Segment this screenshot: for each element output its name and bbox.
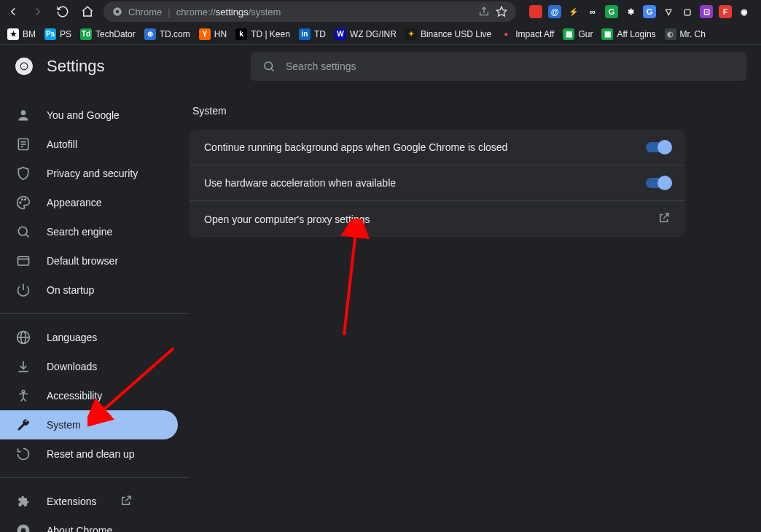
sidebar-item-downloads[interactable]: Downloads <box>0 352 178 381</box>
extension-icon[interactable]: ∞ <box>586 5 599 18</box>
bookmark-icon: W <box>335 28 346 40</box>
search-icon <box>16 224 31 239</box>
bookmark-item[interactable]: ⊕TD.com <box>144 28 190 40</box>
sidebar-item-you-and-google[interactable]: You and Google <box>0 101 178 130</box>
svg-line-7 <box>271 69 274 71</box>
back-button[interactable] <box>4 3 22 20</box>
sidebar-item-reset-and-clean-up[interactable]: Reset and clean up <box>0 439 178 469</box>
page-header: Settings <box>0 45 761 87</box>
extension-icon[interactable]: @ <box>548 5 561 18</box>
bookmark-icon: ⊕ <box>144 28 156 40</box>
settings-row[interactable]: Use hardware acceleration when available <box>190 165 685 201</box>
bookmark-item[interactable]: ▦Gur <box>563 28 593 40</box>
sidebar-item-default-browser[interactable]: Default browser <box>0 246 178 275</box>
sidebar-item-label: Privacy and security <box>47 168 138 179</box>
sidebar-item-autofill[interactable]: Autofill <box>0 130 178 159</box>
extension-icon[interactable]: G <box>643 5 656 18</box>
svg-rect-18 <box>18 257 29 265</box>
bookmark-item[interactable]: ▦Aff Logins <box>601 28 655 40</box>
svg-point-14 <box>22 199 23 200</box>
sidebar-item-on-startup[interactable]: On startup <box>0 275 178 305</box>
settings-content: System Continue running background apps … <box>190 87 761 532</box>
settings-row[interactable]: Open your computer's proxy settings <box>190 201 685 237</box>
bookmark-icon: ▦ <box>563 28 574 40</box>
sidebar-item-about-chrome[interactable]: About Chrome <box>0 516 178 532</box>
sidebar-item-appearance[interactable]: Appearance <box>0 188 178 217</box>
bookmark-icon: k <box>235 28 247 40</box>
extension-icon[interactable]: ✱ <box>624 5 637 18</box>
forward-button[interactable] <box>29 3 47 20</box>
bookmark-item[interactable]: PsPS <box>44 28 71 40</box>
bookmark-icon: Ps <box>44 28 56 40</box>
bookmark-icon: ✦ <box>405 28 417 40</box>
launch-icon <box>120 494 133 509</box>
sidebar-item-search-engine[interactable]: Search engine <box>0 217 178 246</box>
bookmark-item[interactable]: kTD | Keen <box>235 28 290 40</box>
bookmark-label: TD | Keen <box>251 29 290 39</box>
bookmark-item[interactable]: YHN <box>199 28 227 40</box>
sidebar-item-languages[interactable]: Languages <box>0 323 178 352</box>
bookmark-label: TD <box>314 29 326 39</box>
sidebar-item-label: Languages <box>47 332 97 343</box>
extension-icon[interactable]: G <box>605 5 618 18</box>
section-title: System <box>192 105 761 117</box>
url-scheme: Chrome <box>128 7 162 17</box>
settings-row-label: Open your computer's proxy settings <box>204 214 657 225</box>
bookmark-star-icon[interactable] <box>496 6 507 17</box>
extension-icon[interactable]: ⊡ <box>700 5 713 18</box>
sidebar-item-privacy-and-security[interactable]: Privacy and security <box>0 159 178 188</box>
bookmark-item[interactable]: ✦Binance USD Live <box>405 28 491 40</box>
toggle-switch[interactable] <box>646 142 671 152</box>
bookmark-item[interactable]: WWZ DG/INR <box>335 28 397 40</box>
svg-point-26 <box>22 391 24 393</box>
extension-icon[interactable]: ⚡ <box>567 5 580 18</box>
sidebar-item-label: On startup <box>47 284 94 296</box>
bookmarks-bar: ★BMPsPSTdTechDator⊕TD.comYHNkTD | Keenin… <box>0 23 761 45</box>
sidebar-item-label: Extensions <box>47 496 96 507</box>
globe-icon <box>16 330 31 345</box>
bookmark-item[interactable]: inTD <box>299 28 326 40</box>
sidebar-item-system[interactable]: System <box>0 410 178 439</box>
share-icon[interactable] <box>478 6 490 17</box>
bookmark-icon: in <box>299 28 311 40</box>
svg-point-13 <box>20 202 21 203</box>
bookmark-icon: ★ <box>7 28 19 40</box>
home-button[interactable] <box>79 3 96 20</box>
settings-row-label: Continue running background apps when Go… <box>204 141 646 153</box>
extension-icon[interactable] <box>529 5 542 18</box>
bookmark-label: BM <box>23 29 36 39</box>
bookmark-label: Impact Aff <box>515 29 554 39</box>
sidebar-item-label: Reset and clean up <box>47 448 135 460</box>
sidebar-item-label: About Chrome <box>47 525 112 532</box>
bookmark-icon: ● <box>500 28 512 40</box>
bookmark-item[interactable]: ★BM <box>7 28 36 40</box>
extension-icon[interactable]: F <box>719 5 732 18</box>
bookmark-item[interactable]: ●Impact Aff <box>500 28 554 40</box>
search-settings-box[interactable] <box>251 52 746 81</box>
search-settings-input[interactable] <box>286 60 735 72</box>
browser-icon <box>16 254 31 268</box>
browser-navbar: Chrome | chrome://settings/system @⚡∞G✱G… <box>0 0 761 23</box>
address-bar[interactable]: Chrome | chrome://settings/system <box>104 1 516 22</box>
bookmark-icon: ▦ <box>601 28 613 40</box>
extension-icon[interactable]: ▢ <box>681 5 694 18</box>
bookmark-label: Binance USD Live <box>421 29 491 39</box>
extension-icon[interactable]: ◉ <box>738 5 751 18</box>
bookmark-item[interactable]: TdTechDator <box>80 28 136 40</box>
extension-icon[interactable]: ▽ <box>662 5 675 18</box>
bookmark-icon: Y <box>199 28 211 40</box>
sidebar-item-accessibility[interactable]: Accessibility <box>0 381 178 410</box>
bookmark-label: Gur <box>578 29 593 39</box>
bookmark-label: TD.com <box>160 29 190 39</box>
bookmark-item[interactable]: ◐Mr. Ch <box>665 28 706 40</box>
bookmark-label: WZ DG/INR <box>350 29 397 39</box>
toggle-switch[interactable] <box>646 178 671 188</box>
person-icon <box>16 108 31 122</box>
reload-button[interactable] <box>54 3 71 20</box>
shield-icon <box>16 166 31 181</box>
sidebar-item-extensions[interactable]: Extensions <box>0 487 178 516</box>
settings-card: Continue running background apps when Go… <box>190 130 685 237</box>
sidebar-item-label: Autofill <box>47 138 77 150</box>
settings-row[interactable]: Continue running background apps when Go… <box>190 130 685 165</box>
bookmark-label: HN <box>214 29 227 39</box>
